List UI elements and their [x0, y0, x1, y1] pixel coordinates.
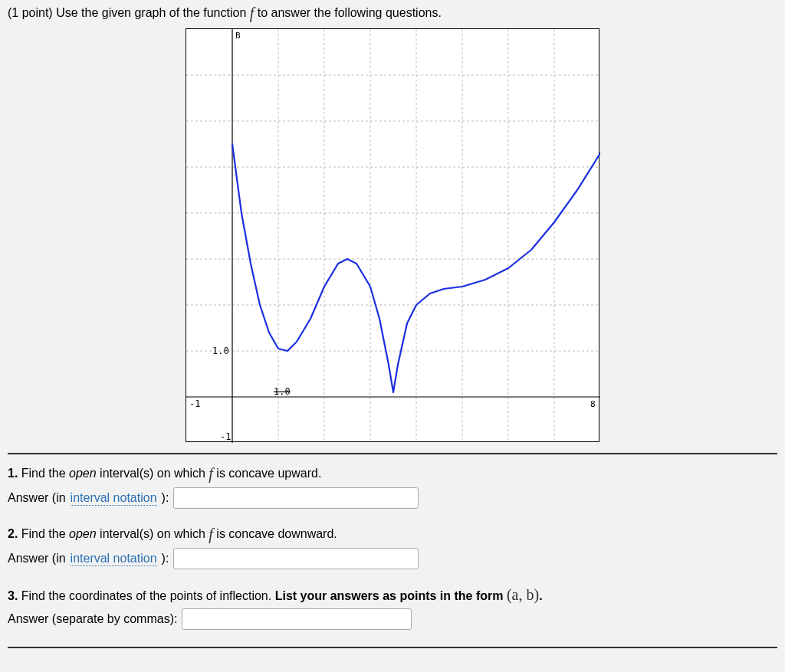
q2-answer-suffix: ):	[162, 552, 169, 565]
q1-number: 1.	[8, 467, 18, 480]
q3-answer-label: Answer (separate by commas):	[8, 612, 177, 626]
q3-number: 3.	[8, 589, 18, 602]
interval-notation-link[interactable]: interval notation	[71, 491, 157, 506]
graph-svg: B -1 8 -1 1.0 1.0	[186, 29, 600, 443]
y-tick-1: 1.0	[212, 346, 229, 356]
q1-answer-row: Answer (in interval notation):	[8, 487, 777, 509]
q3-answer-row: Answer (separate by commas):	[8, 608, 777, 630]
y-axis-top-label: B	[235, 31, 241, 41]
divider-1	[8, 453, 777, 454]
q3-bold-end: .	[539, 589, 542, 602]
q3-answer-input[interactable]	[182, 608, 412, 630]
q1-open: open	[69, 467, 97, 480]
q2-t2: interval(s) on which	[97, 527, 209, 540]
q2-answer-prefix: Answer (in	[8, 552, 66, 565]
page: (1 point) Use the given graph of the fun…	[0, 0, 785, 672]
q1-t3: is concave upward.	[213, 467, 321, 480]
q1-t1: Find the	[18, 467, 69, 480]
question-3: 3. Find the coordinates of the points of…	[8, 586, 777, 630]
y-bottom-label: -1	[220, 431, 231, 442]
problem-prompt: (1 point) Use the given graph of the fun…	[8, 5, 777, 22]
q2-answer-row: Answer (in interval notation):	[8, 548, 777, 569]
axes	[186, 29, 600, 443]
q2-t3: is concave downward.	[213, 527, 337, 540]
x-tick-1: 1.0	[274, 386, 291, 397]
q1-answer-prefix: Answer (in	[8, 491, 66, 505]
x-min-label: -1	[189, 398, 200, 409]
interval-notation-link-2[interactable]: interval notation	[71, 552, 157, 566]
q2-t1: Find the	[18, 527, 69, 540]
question-1: 1. Find the open interval(s) on which f …	[8, 465, 777, 509]
gridlines	[186, 29, 600, 443]
q3-bold: List your answers as points in the form	[275, 589, 507, 602]
q1-answer-input[interactable]	[173, 487, 419, 509]
q3-text: 3. Find the coordinates of the points of…	[8, 586, 777, 604]
x-max-label: 8	[590, 399, 596, 409]
prompt-text-1: Use the given graph of the function	[56, 6, 250, 19]
graph-plot: B -1 8 -1 1.0 1.0	[186, 28, 599, 442]
q3-t1: Find the coordinates of the points of in…	[18, 589, 274, 602]
q2-text: 2. Find the open interval(s) on which f …	[8, 526, 777, 543]
q2-answer-input[interactable]	[173, 548, 419, 569]
q1-text: 1. Find the open interval(s) on which f …	[8, 465, 777, 483]
graph-container: B -1 8 -1 1.0 1.0	[8, 28, 777, 442]
q2-number: 2.	[8, 527, 18, 540]
q1-answer-suffix: ):	[162, 491, 169, 505]
q3-ab: (a, b)	[507, 586, 539, 603]
q2-open: open	[69, 527, 97, 540]
question-2: 2. Find the open interval(s) on which f …	[8, 526, 777, 569]
divider-2	[8, 647, 777, 648]
q1-t2: interval(s) on which	[97, 467, 209, 480]
points-label: (1 point)	[8, 6, 56, 19]
prompt-text-2: to answer the following questions.	[254, 6, 442, 19]
